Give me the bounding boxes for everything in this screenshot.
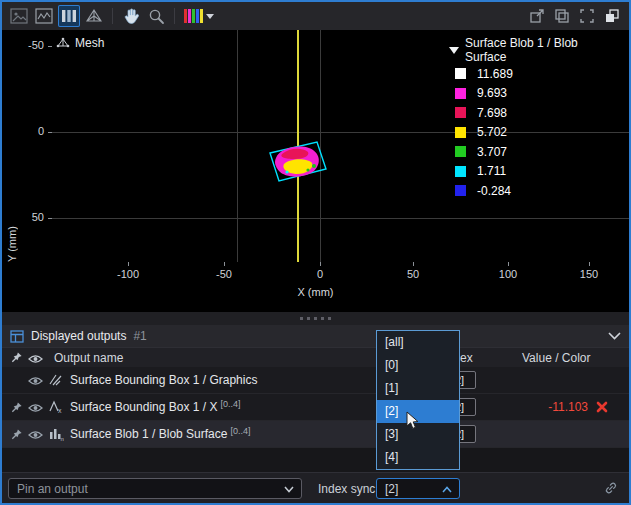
gridline [52, 218, 629, 219]
index-sync-value: [2] [385, 482, 398, 496]
image-view-icon [10, 8, 28, 24]
y-tick-label: -50 [16, 39, 44, 51]
view-mode-label: Mesh [56, 36, 104, 50]
panel-collapse-button[interactable] [608, 332, 621, 340]
svg-text:n: n [61, 436, 64, 442]
pin-all-button[interactable] [10, 351, 23, 367]
pin-toggle[interactable] [10, 401, 23, 414]
x-tick-mark [128, 262, 129, 266]
chevron-down-icon[interactable] [284, 486, 294, 493]
x-tick-mark [413, 262, 414, 266]
panel-badge: #1 [133, 329, 146, 343]
gridline [237, 30, 238, 262]
surface-view-button[interactable] [58, 5, 80, 27]
x-tick-mark [320, 262, 321, 266]
close-icon [596, 401, 608, 413]
legend-entry: 1.711 [449, 162, 619, 182]
profile-view-button[interactable] [33, 5, 55, 27]
panel-title: Displayed outputs [31, 329, 126, 343]
dropdown-item[interactable]: [1] [377, 377, 459, 400]
pin-icon [10, 428, 23, 441]
link-icon[interactable] [604, 481, 618, 495]
view-toolbar [2, 2, 629, 30]
x-tick-mark [508, 262, 509, 266]
chevron-down-icon [608, 332, 621, 340]
legend-value: 1.711 [477, 164, 506, 178]
window-layout-icon [604, 8, 620, 24]
legend-title-text: Surface Blob 1 / Blob Surface [465, 36, 619, 64]
x-tick-label: -50 [204, 268, 244, 280]
x-measurement-icon: x [48, 400, 64, 414]
pop-out-icon [529, 8, 545, 24]
y-tick-mark [48, 132, 52, 133]
visibility-toggle[interactable] [28, 430, 43, 440]
visibility-all-button[interactable] [28, 353, 43, 367]
legend-entry: 5.702 [449, 123, 619, 143]
dropdown-item[interactable]: [0] [377, 354, 459, 377]
pin-output-input[interactable] [9, 480, 301, 499]
eye-icon [28, 354, 43, 364]
output-row[interactable]: x Surface Bounding Box 1 / X[0..4] [2] -… [2, 394, 629, 421]
y-tick-label: 50 [16, 211, 44, 223]
palette-button[interactable] [182, 5, 216, 27]
surface-view-icon [60, 8, 78, 24]
zoom-tool-button[interactable] [145, 5, 167, 27]
duplicate-view-icon [554, 8, 570, 24]
footer-bar: Index sync [2] [2, 472, 629, 503]
duplicate-view-button[interactable] [551, 5, 573, 27]
index-sync-label: Index sync [318, 482, 375, 496]
svg-text:x: x [58, 407, 62, 414]
legend-value: 5.702 [477, 125, 507, 139]
pan-hand-icon [123, 7, 139, 25]
x-tick-mark [224, 262, 225, 266]
x-axis-label: X (mm) [2, 286, 629, 298]
remove-output-button[interactable] [596, 401, 608, 413]
eye-icon [28, 403, 43, 413]
legend-collapse-icon[interactable] [449, 47, 459, 54]
zoom-icon [148, 8, 165, 25]
blob-surface-icon: n [48, 427, 64, 441]
chevron-up-icon[interactable] [442, 486, 452, 493]
legend-color-swatch [455, 68, 466, 79]
fullscreen-icon [579, 8, 595, 24]
legend-value: 9.693 [477, 86, 507, 100]
legend-value: -0.284 [477, 184, 511, 198]
visibility-toggle[interactable] [28, 403, 43, 413]
dropdown-item[interactable]: [4] [377, 446, 459, 469]
mesh-icon [56, 37, 70, 49]
outputs-column-header: Output name Index Value / Color [2, 347, 629, 367]
legend-color-swatch [455, 185, 466, 196]
output-name: Surface Bounding Box 1 / Graphics [70, 373, 260, 387]
pan-tool-button[interactable] [120, 5, 142, 27]
image-view-button[interactable] [8, 5, 30, 27]
output-row[interactable]: n Surface Blob 1 / Blob Surface[0..4] [2… [2, 421, 629, 448]
x-tick-label: 150 [569, 268, 609, 280]
fullscreen-button[interactable] [576, 5, 598, 27]
legend-entry: 3.707 [449, 142, 619, 162]
dropdown-item[interactable]: [3] [377, 423, 459, 446]
visibility-toggle[interactable] [28, 376, 43, 386]
mesh-view-button[interactable] [83, 5, 105, 27]
displayed-outputs-icon [10, 330, 24, 343]
pin-icon [10, 351, 23, 364]
legend-color-swatch [455, 127, 466, 138]
legend-value: 7.698 [477, 106, 507, 120]
index-sync-combobox[interactable]: [2] [376, 478, 460, 499]
y-tick-mark [48, 218, 52, 219]
palette-icon [184, 9, 203, 23]
pop-out-view-button[interactable] [526, 5, 548, 27]
output-row[interactable]: Surface Bounding Box 1 / Graphics [2] [2, 367, 629, 394]
dropdown-item-selected[interactable]: [2] [377, 400, 459, 423]
plot-canvas[interactable]: Mesh Y (mm) -50 0 50 -100 -50 0 50 100 1… [2, 30, 629, 312]
profile-view-icon [35, 8, 53, 24]
pin-output-combobox[interactable] [8, 478, 302, 499]
plot-legend: Surface Blob 1 / Blob Surface 11.689 9.6… [449, 42, 619, 201]
outputs-panel-header: Displayed outputs #1 [2, 325, 629, 347]
panel-splitter[interactable] [2, 312, 629, 325]
pin-toggle[interactable] [10, 428, 23, 441]
legend-entry: 11.689 [449, 64, 619, 84]
dropdown-item[interactable]: [all] [377, 331, 459, 354]
column-output-name: Output name [54, 351, 123, 365]
window-layout-button[interactable] [601, 5, 623, 27]
mesh-view-icon [85, 8, 103, 24]
